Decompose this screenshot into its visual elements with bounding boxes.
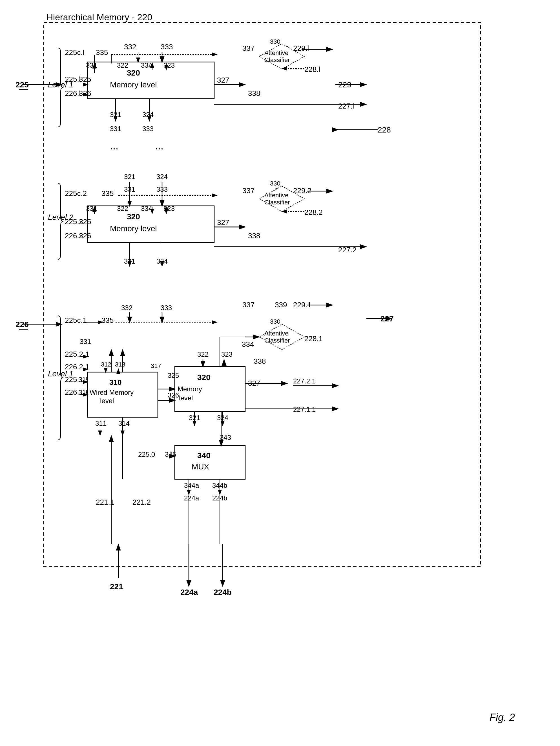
label-338-l2: 338 (248, 231, 260, 240)
label-311: 311 (95, 420, 107, 427)
dots-left: ... (110, 140, 118, 152)
fig-label: Fig. 2 (490, 712, 515, 723)
label-classifier-l2: Classifier (264, 199, 290, 206)
label-attentive-l2: Attentive (264, 192, 289, 199)
label-229-2: 229.2 (293, 186, 312, 195)
mem-level2-label: Memory level (110, 224, 157, 233)
label-313: 313 (115, 361, 125, 368)
label-317: 317 (151, 362, 161, 369)
label-227l: 227.l (338, 102, 354, 110)
label-330-l2: 330 (270, 180, 281, 187)
label-324a: 324 (142, 111, 154, 118)
label-325-bot: 325 (168, 372, 179, 379)
label-327-top: 327 (217, 76, 229, 84)
dots-right: ... (155, 140, 164, 152)
label-332-bot: 332 (121, 304, 132, 312)
mem-label-bot2: level (179, 394, 193, 402)
label-337-bot: 337 (242, 300, 255, 309)
label-323-bot: 323 (221, 350, 233, 358)
label-344a: 344a (184, 482, 199, 489)
label-338-bot: 338 (254, 357, 266, 365)
mem-level-top-ref: 320 (127, 68, 140, 77)
wired-mem-label1: Wired Memory (90, 389, 134, 396)
label-334-bot: 334 (242, 340, 254, 348)
label-335-bot: 335 (101, 316, 114, 324)
label-331-l2b: 331 (86, 205, 97, 212)
label-345: 345 (165, 451, 176, 458)
mem-level2-ref: 320 (127, 212, 140, 221)
label-333-l2: 333 (156, 185, 168, 193)
label-314: 314 (118, 420, 130, 427)
main-title: Hierarchical Memory - 220 (47, 12, 152, 22)
label-228l: 228.l (304, 65, 320, 74)
label-338-top: 338 (248, 89, 260, 97)
wired-mem-label2: level (100, 397, 114, 405)
label-339-bot: 339 (275, 300, 287, 309)
label-327-l2: 327 (217, 218, 229, 227)
label-337-top: 337 (242, 44, 255, 52)
label-221: 221 (110, 582, 123, 591)
wired-mem-ref: 310 (109, 378, 121, 386)
label-228-2: 228.2 (304, 208, 323, 217)
label-227-21: 227.2.1 (293, 377, 316, 385)
label-333-bot: 333 (160, 304, 172, 312)
label-226-21: 226.2.1 (65, 363, 89, 371)
mux-label: MUX (191, 462, 209, 471)
label-227-11: 227.1.1 (293, 405, 316, 413)
mux-ref: 340 (197, 451, 210, 460)
label-326-bot: 326 (168, 391, 179, 399)
label-334-top: 334 (141, 61, 152, 69)
label-331-bot: 331 (80, 338, 91, 345)
label-classifier-bot: Classifier (264, 337, 290, 344)
label-333b: 333 (142, 125, 154, 133)
label-221-2: 221.2 (132, 498, 151, 506)
label-228: 228 (378, 125, 391, 134)
label-326-l2: 326 (79, 231, 91, 240)
label-225-0: 225.0 (138, 451, 155, 458)
label-335-l2: 335 (101, 189, 114, 198)
label-334-l2: 334 (141, 205, 152, 212)
label-attentive-top: Attentive (264, 49, 289, 56)
label-343: 343 (220, 434, 231, 441)
label-330-top: 330 (270, 38, 281, 45)
diagram-svg: Hierarchical Memory - 220 Level 1 320 Me… (0, 0, 560, 746)
label-228-1: 228.1 (304, 334, 323, 343)
label-333-top: 333 (160, 42, 173, 51)
label-324-l2a: 324 (156, 173, 168, 180)
label-224b: 224b (214, 588, 232, 597)
label-322-top: 322 (117, 61, 128, 69)
label-224a-top: 224a (184, 494, 199, 502)
mem-level-top-label: Memory level (110, 80, 157, 89)
label-226: 226 (16, 320, 29, 329)
label-312: 312 (101, 361, 111, 368)
label-321-l2a: 321 (124, 173, 135, 180)
label-225c1: 225c.l (65, 48, 84, 57)
mem-label-bot1: Memory (178, 385, 202, 393)
label-337-l2: 337 (242, 186, 255, 195)
label-331b: 331 (110, 125, 121, 133)
label-225l: 225.l (65, 75, 81, 83)
label-332-top: 332 (124, 42, 136, 51)
label-224a: 224a (180, 588, 198, 597)
label-323-l2: 323 (164, 205, 175, 212)
label-322-bot: 322 (197, 350, 209, 358)
svg-rect-54 (175, 446, 245, 479)
label-225c2: 225c.2 (65, 189, 87, 198)
label-attentive-bot: Attentive (264, 330, 289, 337)
label-322-l2: 322 (117, 205, 128, 212)
label-225-21: 225.2.1 (65, 350, 89, 358)
label-331-top: 331 (86, 61, 97, 69)
label-331-l2: 331 (124, 185, 135, 193)
mem-level-bot-ref: 320 (197, 373, 210, 382)
label-323-top: 323 (164, 61, 175, 69)
label-325-l2: 325 (79, 218, 91, 226)
label-226l: 226.l (65, 89, 81, 97)
label-225c1-bot: 225c.1 (65, 316, 87, 324)
label-classifier-top: Classifier (264, 56, 290, 63)
label-325-top: 325 (79, 75, 91, 83)
page: Hierarchical Memory - 220 Level 1 320 Me… (0, 0, 560, 746)
label-330-bot: 330 (270, 318, 281, 325)
label-335-top: 335 (96, 48, 108, 57)
label-326-top: 326 (79, 89, 91, 97)
label-225: 225 (16, 80, 29, 89)
